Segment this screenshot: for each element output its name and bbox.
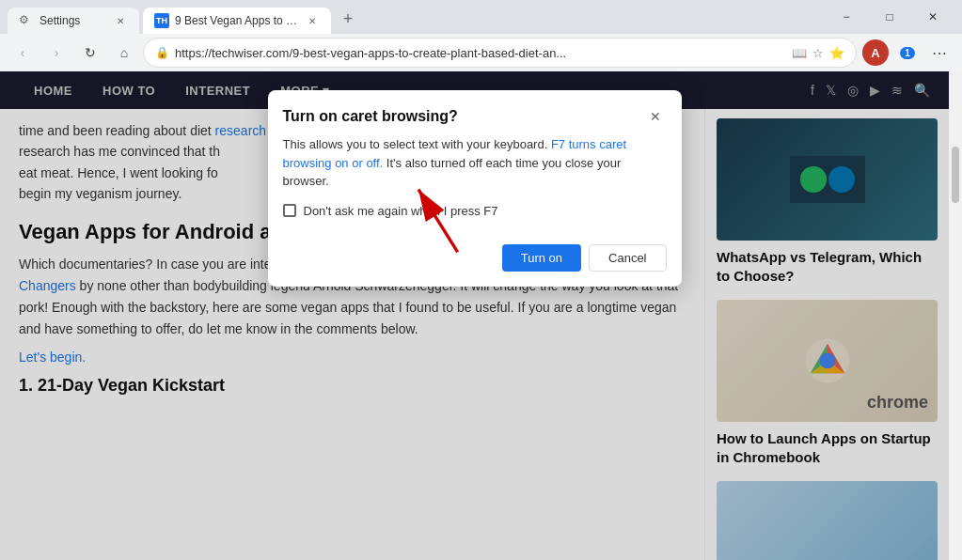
dialog-checkbox-row: Don't ask me again when I press F7 (283, 204, 667, 218)
article-tab-close[interactable]: ✕ (305, 13, 320, 28)
article-tab-label: 9 Best Vegan Apps to Create Pla… (175, 14, 299, 27)
dialog-checkbox[interactable] (283, 204, 296, 217)
read-mode-icon: 📖 (792, 46, 807, 60)
dialog-message: This allows you to select text with your… (283, 135, 667, 191)
lock-icon: 🔒 (155, 46, 169, 59)
menu-button[interactable]: ⋯ (924, 38, 954, 68)
toolbar-icons: A 1 ⋯ (860, 38, 954, 68)
turn-on-button[interactable]: Turn on (502, 244, 581, 272)
home-button[interactable]: ⌂ (109, 38, 139, 68)
title-bar: ⚙ Settings ✕ TH 9 Best Vegan Apps to Cre… (0, 0, 962, 34)
cancel-button[interactable]: Cancel (589, 244, 666, 272)
address-bar-row: ‹ › ↻ ⌂ 🔒 https://techwiser.com/9-best-v… (0, 34, 962, 71)
maximize-button[interactable]: □ (868, 2, 911, 32)
collections-icon: ⭐ (829, 46, 844, 60)
dialog-footer: Turn on Cancel (268, 244, 682, 287)
forward-button[interactable]: › (41, 38, 71, 68)
close-button[interactable]: ✕ (911, 2, 954, 32)
settings-tab[interactable]: ⚙ Settings ✕ (8, 8, 139, 34)
back-button[interactable]: ‹ (8, 38, 38, 68)
address-text: https://techwiser.com/9-best-vegan-apps-… (175, 46, 786, 60)
address-box[interactable]: 🔒 https://techwiser.com/9-best-vegan-app… (143, 38, 857, 68)
dialog-overlay: Turn on caret browsing? ✕ This allows yo… (0, 71, 949, 560)
profile-button[interactable]: A (860, 38, 891, 68)
settings-tab-close[interactable]: ✕ (113, 13, 128, 28)
scrollbar[interactable] (949, 71, 962, 560)
dialog-close-button[interactable]: ✕ (644, 105, 667, 128)
settings-tab-label: Settings (39, 14, 107, 27)
dialog-body: This allows you to select text with your… (268, 135, 682, 244)
caret-browsing-dialog: Turn on caret browsing? ✕ This allows yo… (268, 90, 682, 287)
settings-tab-favicon: ⚙ (19, 13, 34, 28)
window-controls: − □ ✕ (825, 2, 954, 32)
article-tab-favicon: TH (154, 13, 169, 28)
profile-avatar: A (862, 39, 889, 66)
minimize-button[interactable]: − (825, 2, 868, 32)
dialog-checkbox-label[interactable]: Don't ask me again when I press F7 (304, 204, 498, 218)
reload-button[interactable]: ↻ (75, 38, 105, 68)
article-tab[interactable]: TH 9 Best Vegan Apps to Create Pla… ✕ (143, 8, 331, 34)
bookmark-icon: ☆ (812, 46, 824, 60)
new-tab-button[interactable]: + (335, 6, 361, 32)
extension-badge: 1 (900, 47, 915, 59)
scrollbar-thumb[interactable] (952, 147, 959, 203)
dialog-header: Turn on caret browsing? ✕ (268, 90, 682, 135)
dialog-title: Turn on caret browsing? (283, 108, 458, 125)
extension-button[interactable]: 1 (892, 38, 923, 68)
